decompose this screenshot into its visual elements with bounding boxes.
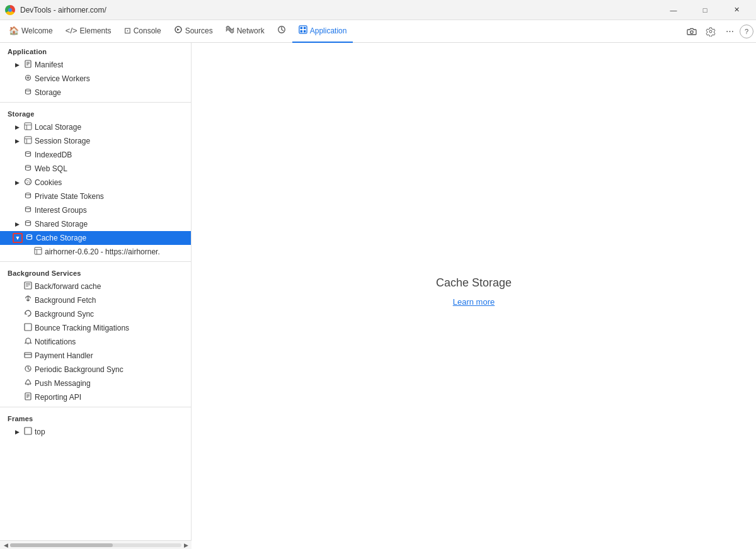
cache-entry-icon [34, 247, 42, 257]
svg-rect-2 [299, 26, 307, 33]
sidebar-item-top-frame[interactable]: top [0, 425, 191, 439]
sidebar-item-cookies[interactable]: Cookies [0, 176, 191, 190]
session-storage-expander[interactable] [13, 137, 21, 145]
sidebar-item-private-state-tokens[interactable]: Private State Tokens [0, 190, 191, 203]
sidebar-item-reporting-api[interactable]: Reporting API [0, 390, 191, 404]
sidebar-item-cache-storage[interactable]: Cache Storage [0, 231, 191, 245]
tab-sources[interactable]: Sources [168, 20, 219, 43]
sidebar-item-session-storage[interactable]: Session Storage [0, 134, 191, 148]
shared-storage-icon [24, 219, 32, 229]
close-button[interactable]: ✕ [722, 0, 751, 20]
svg-rect-32 [35, 247, 42, 254]
svg-rect-5 [300, 30, 302, 33]
tab-welcome[interactable]: 🏠 Welcome [3, 20, 59, 43]
push-messaging-label: Push Messaging [35, 379, 91, 388]
sidebar-item-bg-fetch[interactable]: Background Fetch [0, 293, 191, 307]
local-storage-expander[interactable] [13, 123, 21, 132]
local-storage-label: Local Storage [35, 123, 81, 132]
title-bar-left: DevTools - airhorner.com/ [5, 5, 106, 15]
storage-top-label: Storage [35, 88, 61, 97]
pst-label: Private State Tokens [35, 192, 104, 201]
sidebar-item-web-sql[interactable]: Web SQL [0, 162, 191, 176]
tab-network[interactable]: Network [219, 20, 271, 43]
cookies-expander[interactable] [13, 178, 21, 187]
bg-fetch-label: Background Fetch [35, 296, 96, 305]
svg-point-31 [27, 235, 32, 237]
bf-icon [24, 281, 32, 291]
sidebar-scrollbar[interactable]: ◀ ▶ [0, 540, 192, 549]
svg-rect-43 [25, 353, 32, 358]
sidebar-item-notifications[interactable]: Notifications [0, 335, 191, 349]
settings-button[interactable] [702, 23, 719, 40]
performance-icon [277, 25, 286, 36]
cache-storage-icon [25, 233, 33, 243]
svg-point-14 [26, 89, 31, 91]
tab-application[interactable]: Application [292, 20, 353, 43]
periodic-bg-sync-label: Periodic Background Sync [35, 365, 123, 374]
minimize-button[interactable]: — [659, 0, 688, 20]
service-workers-label: Service Workers [35, 74, 90, 83]
sidebar-item-indexeddb[interactable]: IndexedDB [0, 148, 191, 162]
sidebar-item-cache-entry[interactable]: airhorner-0.6.20 - https://airhorner. [0, 245, 191, 259]
manifest-expander[interactable] [13, 60, 21, 69]
shared-storage-label: Shared Storage [35, 220, 88, 229]
svg-point-25 [28, 181, 30, 182]
sidebar-item-payment-handler[interactable]: Payment Handler [0, 349, 191, 363]
main-content: Cache Storage Learn more [192, 43, 756, 540]
network-icon [226, 25, 234, 36]
sidebar-item-storage[interactable]: Storage [0, 86, 191, 99]
cache-storage-expander-box [13, 233, 23, 243]
notifications-icon [24, 337, 32, 347]
divider-1 [0, 102, 191, 103]
camera-button[interactable] [683, 23, 701, 40]
tab-console[interactable]: ⊡ Console [118, 20, 168, 43]
scrollbar-track[interactable] [10, 543, 181, 547]
maximize-button[interactable]: □ [690, 0, 719, 20]
cache-storage-expander[interactable] [13, 234, 22, 242]
notifications-label: Notifications [35, 337, 76, 346]
sidebar-item-interest-groups[interactable]: Interest Groups [0, 203, 191, 217]
cache-entry-label: airhorner-0.6.20 - https://airhorner. [45, 247, 160, 256]
pst-icon [24, 191, 32, 201]
sidebar-item-service-workers[interactable]: Service Workers [0, 72, 191, 86]
tab-elements-label: Elements [80, 26, 112, 35]
sidebar-item-periodic-bg-sync[interactable]: Periodic Background Sync [0, 363, 191, 376]
svg-point-21 [26, 152, 31, 154]
tab-elements[interactable]: </> Elements [59, 20, 118, 43]
sidebar-item-shared-storage[interactable]: Shared Storage [0, 217, 191, 231]
svg-rect-3 [300, 27, 302, 30]
console-icon: ⊡ [124, 26, 131, 35]
tab-performance[interactable] [271, 20, 292, 43]
payment-handler-icon [24, 351, 32, 361]
sidebar-item-local-storage[interactable]: Local Storage [0, 120, 191, 134]
svg-rect-6 [304, 30, 306, 33]
svg-point-27 [29, 182, 30, 183]
storage-top-icon [24, 88, 32, 98]
sources-icon [174, 25, 183, 36]
reporting-api-icon [24, 392, 32, 402]
sidebar-item-back-forward[interactable]: Back/forward cache [0, 280, 191, 293]
scrollbar-thumb[interactable] [10, 543, 113, 547]
title-bar-controls: — □ ✕ [659, 0, 751, 20]
more-button[interactable]: ⋯ [721, 23, 738, 40]
sidebar-item-bounce-tracking[interactable]: Bounce Tracking Mitigations [0, 321, 191, 335]
tab-welcome-label: Welcome [21, 26, 53, 35]
title-bar: DevTools - airhorner.com/ — □ ✕ [0, 0, 756, 20]
manifest-icon [24, 60, 32, 70]
shared-storage-expander[interactable] [13, 220, 21, 229]
sidebar-item-push-messaging[interactable]: Push Messaging [0, 376, 191, 390]
help-button[interactable]: ? [740, 25, 753, 38]
scroll-right-arrow[interactable]: ▶ [181, 541, 190, 549]
indexeddb-icon [24, 150, 32, 160]
top-frame-expander[interactable] [13, 427, 21, 436]
svg-point-8 [709, 30, 712, 33]
elements-icon: </> [66, 26, 77, 35]
sidebar-item-manifest[interactable]: Manifest [0, 58, 191, 72]
svg-point-23 [25, 179, 32, 185]
scroll-left-arrow[interactable]: ◀ [1, 541, 10, 549]
sidebar-item-bg-sync[interactable]: Background Sync [0, 307, 191, 321]
learn-more-link[interactable]: Learn more [453, 297, 495, 307]
section-header-application: Application [0, 43, 191, 58]
top-frame-icon [24, 427, 32, 437]
bg-sync-icon [24, 309, 32, 319]
